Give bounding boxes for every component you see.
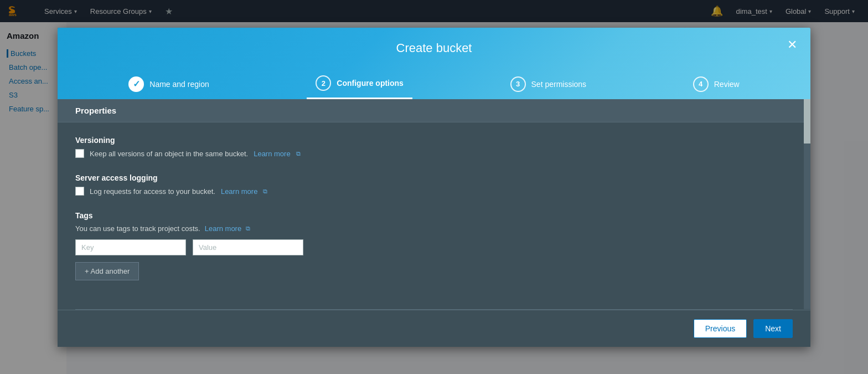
tags-description-text: You can use tags to track project costs. (75, 224, 200, 233)
server-logging-checkbox-label: Log requests for access to your bucket. (90, 187, 215, 196)
step-3-number: 3 (516, 80, 520, 88)
versioning-title: Versioning (75, 136, 793, 145)
step-2-circle: 2 (316, 75, 331, 91)
modal-close-button[interactable]: ✕ (787, 39, 797, 51)
step-2-number: 2 (322, 79, 326, 88)
server-logging-title: Server access logging (75, 173, 793, 182)
steps-row: ✓ Name and region 2 Configure options 3 … (75, 69, 793, 99)
properties-header-text: Properties (75, 106, 116, 115)
tags-group: Tags You can use tags to track project c… (75, 211, 793, 280)
versioning-checkbox-row: Keep all versions of an object in the sa… (75, 149, 793, 158)
versioning-group: Versioning Keep all versions of an objec… (75, 136, 793, 158)
modal-title-row: Create bucket (75, 41, 793, 55)
step-2-configure-options[interactable]: 2 Configure options (307, 69, 412, 99)
versioning-learn-more[interactable]: Learn more (254, 150, 290, 158)
step-1-check-icon: ✓ (133, 79, 140, 89)
tags-key-input[interactable] (75, 239, 186, 255)
previous-button[interactable]: Previous (694, 319, 747, 338)
step-4-circle: 4 (693, 76, 709, 92)
step-2-label: Configure options (337, 79, 404, 88)
tags-learn-more[interactable]: Learn more (205, 224, 241, 233)
modal-title: Create bucket (396, 41, 472, 55)
server-logging-checkbox-row: Log requests for access to your bucket. … (75, 187, 793, 196)
step-3-label: Set permissions (531, 80, 587, 89)
add-another-button[interactable]: + Add another (75, 262, 139, 280)
step-1-circle: ✓ (128, 76, 144, 92)
step-3-set-permissions[interactable]: 3 Set permissions (502, 70, 596, 99)
server-access-logging-group: Server access logging Log requests for a… (75, 173, 793, 196)
step-4-number: 4 (699, 80, 702, 88)
tags-input-row (75, 239, 793, 255)
versioning-external-icon: ⧉ (296, 150, 301, 157)
modal-footer: Previous Next (58, 310, 810, 347)
tags-value-input[interactable] (193, 239, 303, 255)
step-1-name-region[interactable]: ✓ Name and region (120, 70, 218, 99)
step-3-circle: 3 (510, 76, 526, 92)
versioning-checkbox-label: Keep all versions of an object in the sa… (90, 150, 248, 158)
next-button[interactable]: Next (753, 319, 793, 338)
tags-external-icon: ⧉ (246, 225, 250, 232)
section-content: Versioning Keep all versions of an objec… (58, 122, 810, 309)
step-4-review[interactable]: 4 Review (684, 70, 748, 99)
step-1-label: Name and region (149, 80, 209, 89)
server-logging-learn-more[interactable]: Learn more (221, 187, 257, 196)
tags-description-row: You can use tags to track project costs.… (75, 224, 793, 233)
modal-body: Properties Versioning Keep all versions … (58, 99, 810, 309)
create-bucket-modal: Create bucket ✕ ✓ Name and region 2 Conf… (58, 28, 810, 347)
server-logging-checkbox[interactable] (75, 187, 84, 196)
properties-section-header: Properties (58, 99, 810, 122)
scrollbar-track (804, 99, 810, 309)
server-logging-external-icon: ⧉ (263, 188, 267, 195)
versioning-checkbox[interactable] (75, 149, 84, 158)
scrollbar-thumb[interactable] (804, 99, 810, 144)
step-4-label: Review (714, 80, 740, 89)
modal-header: Create bucket ✕ ✓ Name and region 2 Conf… (58, 28, 810, 99)
tags-title: Tags (75, 211, 793, 220)
